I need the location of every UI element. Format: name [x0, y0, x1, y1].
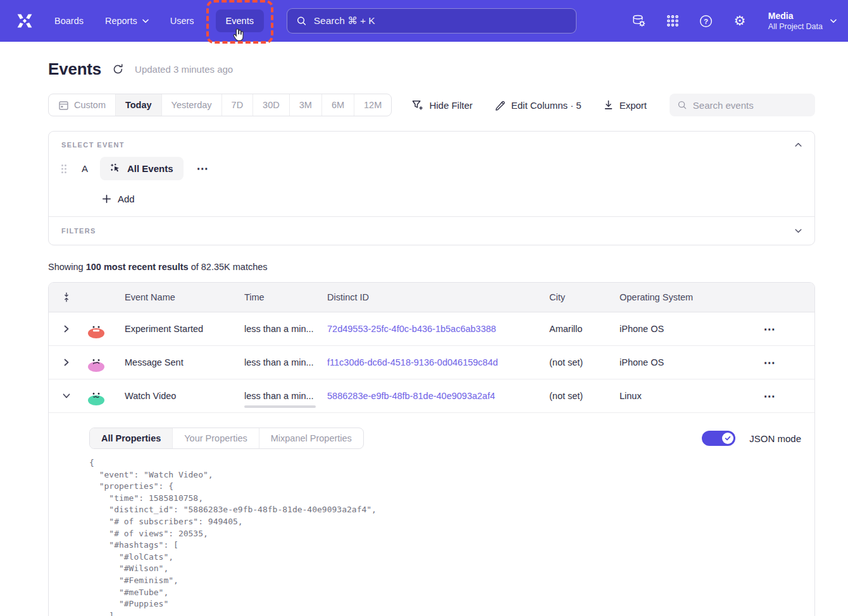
- all-events-sparkle-icon: [110, 163, 122, 175]
- filters-section[interactable]: FILTERS: [49, 217, 814, 245]
- last-updated-text: Updated 3 minutes ago: [135, 64, 233, 75]
- cell-os: Linux: [607, 391, 725, 401]
- help-icon[interactable]: ?: [699, 13, 714, 28]
- search-icon: [677, 99, 687, 111]
- expand-filters-button[interactable]: [795, 228, 802, 233]
- add-event-label: Add: [118, 194, 135, 204]
- project-switcher[interactable]: Media All Project Data: [768, 10, 837, 32]
- cell-distinct-id-link[interactable]: 72d49553-25fc-4f0c-b436-1b5ac6ab3388: [315, 324, 537, 334]
- edit-columns-label: Edit Columns · 5: [511, 100, 582, 111]
- mixpanel-logo[interactable]: [13, 11, 37, 30]
- col-header-time[interactable]: Time: [232, 292, 315, 302]
- refresh-button[interactable]: [112, 63, 124, 75]
- col-header-os[interactable]: Operating System: [607, 292, 725, 302]
- select-event-label: SELECT EVENT: [61, 141, 125, 149]
- col-header-city[interactable]: City: [537, 292, 607, 302]
- cell-distinct-id-link[interactable]: f11c30d6-dc6d-4518-9136-0d046159c84d: [315, 357, 537, 367]
- tab-your-properties[interactable]: Your Properties: [173, 428, 259, 448]
- edit-columns-button[interactable]: Edit Columns · 5: [494, 99, 582, 111]
- col-header-event-name[interactable]: Event Name: [112, 292, 232, 302]
- range-3m[interactable]: 3M: [290, 94, 322, 116]
- expand-row-button[interactable]: [49, 359, 84, 366]
- cell-event-name: Experiment Started: [112, 324, 232, 334]
- tab-mixpanel-properties[interactable]: Mixpanel Properties: [259, 428, 363, 448]
- json-mode-label: JSON mode: [749, 433, 801, 444]
- row-more-options-icon[interactable]: ⋯: [764, 390, 776, 402]
- range-30d[interactable]: 30D: [253, 94, 290, 116]
- events-page: Boards Reports Users Events: [0, 0, 848, 616]
- check-icon: [725, 435, 731, 441]
- row-more-options-icon[interactable]: ⋯: [764, 357, 776, 369]
- svg-text:?: ?: [704, 17, 708, 25]
- col-header-distinct-id[interactable]: Distinct ID: [315, 292, 537, 302]
- event-detail-panel: All Properties Your Properties Mixpanel …: [49, 413, 814, 616]
- project-subtitle: All Project Data: [768, 22, 823, 32]
- cell-city: Amarillo: [537, 324, 607, 334]
- range-6m[interactable]: 6M: [322, 94, 354, 116]
- event-step-more-icon[interactable]: ⋯: [197, 163, 209, 175]
- event-step-row: A All Events ⋯: [61, 157, 814, 180]
- tab-all-properties[interactable]: All Properties: [90, 428, 173, 448]
- collapse-section-button[interactable]: [795, 142, 802, 147]
- refresh-icon: [112, 63, 124, 75]
- query-builder-card: SELECT EVENT A: [48, 131, 815, 245]
- data-management-icon[interactable]: [632, 13, 647, 28]
- global-search[interactable]: [287, 8, 577, 34]
- hide-filter-button[interactable]: Hide Filter: [411, 99, 472, 111]
- export-button[interactable]: Export: [603, 99, 647, 111]
- plus-icon: [102, 194, 111, 204]
- collapse-all-button[interactable]: [49, 292, 84, 303]
- events-table: Event Name Time Distinct ID City Operati…: [48, 282, 815, 616]
- global-search-input[interactable]: [314, 15, 567, 27]
- drag-handle-icon[interactable]: [61, 164, 66, 173]
- collapse-row-button[interactable]: [49, 393, 84, 399]
- cell-os: iPhone OS: [607, 357, 725, 367]
- calendar-icon: [58, 100, 69, 111]
- page-header: Events Updated 3 minutes ago: [48, 59, 815, 79]
- table-row[interactable]: Message Sent less than a min... f11c30d6…: [49, 346, 814, 379]
- event-json-view: { "event": "Watch Video", "properties": …: [89, 457, 801, 616]
- range-yesterday[interactable]: Yesterday: [162, 94, 222, 116]
- apps-grid-icon[interactable]: [665, 13, 680, 28]
- properties-tabs: All Properties Your Properties Mixpanel …: [89, 428, 364, 449]
- nav-item-boards[interactable]: Boards: [54, 16, 84, 26]
- table-row-expanded[interactable]: Watch Video less than a min... 5886283e-…: [49, 379, 814, 413]
- download-icon: [603, 99, 614, 111]
- main-content: Events Updated 3 minutes ago Custom: [0, 59, 848, 616]
- table-row[interactable]: Experiment Started less than a min... 72…: [49, 312, 814, 346]
- search-events-input[interactable]: [693, 100, 807, 111]
- expand-row-button[interactable]: [49, 325, 84, 333]
- nav-item-events[interactable]: Events: [216, 9, 264, 32]
- select-event-header: SELECT EVENT: [49, 132, 814, 149]
- table-header-row: Event Name Time Distinct ID City Operati…: [49, 283, 814, 312]
- cell-os: iPhone OS: [607, 324, 725, 334]
- cell-time: less than a min...: [232, 391, 315, 401]
- step-letter: A: [82, 163, 88, 174]
- nav-item-reports[interactable]: Reports: [105, 16, 149, 26]
- range-today[interactable]: Today: [116, 94, 162, 116]
- project-name: Media: [768, 10, 823, 22]
- add-event-button[interactable]: Add: [102, 194, 814, 204]
- range-custom-label: Custom: [74, 100, 106, 110]
- json-mode-toggle[interactable]: [702, 431, 735, 446]
- page-title: Events: [48, 59, 101, 79]
- cell-distinct-id-link[interactable]: 5886283e-e9fb-48fb-81de-40e9093a2af4: [315, 391, 537, 401]
- cell-city: (not set): [537, 391, 607, 401]
- nav-item-users[interactable]: Users: [170, 16, 194, 26]
- search-events-box[interactable]: [670, 94, 815, 116]
- horizontal-scrollbar[interactable]: [244, 405, 316, 408]
- row-more-options-icon[interactable]: ⋯: [764, 323, 776, 335]
- top-navbar: Boards Reports Users Events: [0, 0, 848, 42]
- summary-suffix: of 82.35K matches: [189, 262, 268, 272]
- results-summary: Showing 100 most recent results of 82.35…: [48, 262, 815, 272]
- settings-gear-icon[interactable]: ⚙: [732, 13, 747, 28]
- cell-time: less than a min...: [232, 324, 315, 334]
- all-events-chip[interactable]: All Events: [100, 157, 184, 180]
- cell-time: less than a min...: [232, 357, 315, 367]
- range-12m[interactable]: 12M: [354, 94, 391, 116]
- navbar-right: ? ⚙ Media All Project Data: [632, 10, 837, 32]
- range-custom[interactable]: Custom: [49, 94, 116, 116]
- pencil-icon: [494, 99, 506, 111]
- nav-item-reports-label: Reports: [105, 16, 137, 26]
- range-7d[interactable]: 7D: [222, 94, 254, 116]
